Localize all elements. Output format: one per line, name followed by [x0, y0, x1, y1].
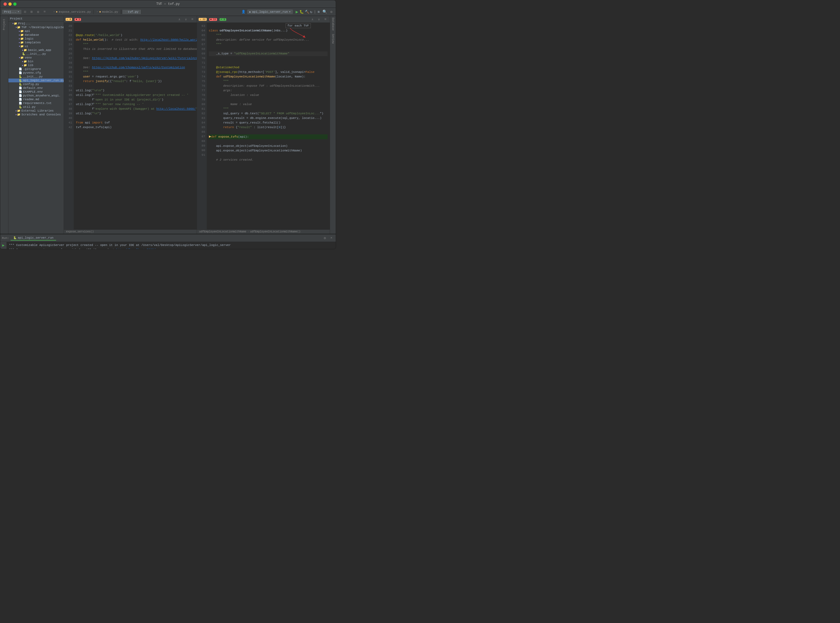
expand-icon[interactable]: ⊞ — [29, 9, 34, 15]
more-options-icon[interactable]: ≡ — [190, 17, 195, 22]
tree-item-init[interactable]: 🐍 __init__.py — [8, 75, 64, 78]
settings-bottom-icon[interactable]: ⚙ — [322, 235, 328, 241]
tree-item-api[interactable]: ▸📁 api — [8, 29, 64, 33]
user-icon: 👤 — [241, 10, 246, 14]
file-tab-tvf[interactable]: × tvf.py — [123, 10, 141, 14]
tree-item-pyvenv[interactable]: 📄 pyvenv.cfg — [8, 71, 64, 75]
tree-label-example-env: EXAMPLE.env — [23, 90, 43, 94]
run-play-button[interactable]: ▶ — [296, 9, 298, 15]
separator: | — [314, 10, 316, 14]
right-editor-header: ⚠ 22 ● 11 ✓ 1 ∧ ∨ ≡ — [197, 16, 330, 23]
next-error-icon[interactable]: ∨ — [183, 17, 189, 22]
warning-badge-left: ⚠ 8 — [66, 18, 72, 21]
tree-item-external-libraries[interactable]: ▸📁 External Libraries — [8, 109, 64, 113]
file-tab-close-icon-2[interactable]: × — [97, 11, 98, 13]
tree-label-proj: Proj... — [18, 22, 31, 25]
tree-item-lib[interactable]: ▸📁 lib — [8, 63, 64, 67]
tree-item-util[interactable]: 🐍 util.py — [8, 105, 64, 109]
right-editor-pane: ⚠ 22 ● 11 ✓ 1 ∧ ∨ ≡ 63646566676869707172… — [197, 16, 330, 234]
right-breadcrumb: udfEmployeeInLocationWithName › udfEmplo… — [197, 229, 330, 234]
tree-item-api-logic-server-run[interactable]: 🐍 api_logic_server_run.py — [8, 78, 64, 82]
folder-icon-venv: ▾📁 — [19, 56, 23, 59]
tree-item-database[interactable]: ▸📁 database — [8, 33, 64, 37]
run-config-selector[interactable]: ▶ api_logic_server_run ▾ — [247, 9, 293, 14]
tree-item-tvf[interactable]: ▾📁 TVF ~/Desktop/ApiLogicSe — [8, 26, 64, 29]
debug-icon[interactable]: 🐛 — [299, 10, 304, 14]
tree-label-lib: lib — [28, 64, 33, 67]
seview-rail-label[interactable]: SeView — [331, 32, 335, 45]
tree-label-util: util.py — [23, 105, 35, 109]
prev-error-icon[interactable]: ∧ — [177, 17, 182, 22]
tree-item-logic[interactable]: ▸📁 logic — [8, 37, 64, 41]
run-actions: ▶ 🐛 🔨 ↻ | ≋ — [296, 9, 320, 15]
left-editor-badges: ⚠ 8 ● 1 — [66, 18, 81, 21]
tree-label-bin: bin — [28, 60, 33, 63]
profiler-icon[interactable]: ≋ — [318, 10, 320, 14]
tree-item-venv[interactable]: ▾📁 venv — [8, 56, 64, 60]
run-output[interactable]: *** Customizable ApiLogicServer project … — [7, 242, 336, 249]
tree-item-bin[interactable]: ▸📁 bin — [8, 60, 64, 63]
py-icon-init: 🐍 — [19, 75, 22, 78]
tree-item-config[interactable]: 🐍 config.py — [8, 82, 64, 86]
server-link[interactable]: http://localhost:5000/ — [116, 248, 155, 249]
folder-icon: ▾📁 — [12, 22, 17, 25]
file-icon-example-env: 📄 — [19, 90, 22, 94]
reload-icon[interactable]: ↻ — [310, 10, 312, 14]
run-tab-active[interactable]: 🐍 api_logic_server_run — [11, 236, 56, 241]
file-tab-expose-services[interactable]: × ● expose_services.py — [51, 10, 94, 14]
build-icon[interactable]: 🔨 — [305, 10, 309, 14]
tree-item-proj[interactable]: ▾📁 Proj... — [8, 21, 64, 26]
file-tab-close-icon-3[interactable]: × — [125, 11, 126, 13]
tree-item-default-env[interactable]: 📄 default.env — [8, 86, 64, 90]
tree-item-example-env[interactable]: 📄 EXAMPLE.env — [8, 90, 64, 94]
file-icon-wsgi: 📄 — [19, 94, 22, 97]
file-tab-models[interactable]: × ● models.py — [94, 10, 121, 14]
database-rail-label[interactable]: Database — [331, 16, 335, 32]
next-error-icon-right[interactable]: ∨ — [316, 17, 322, 22]
folder-icon-tvf: ▾📁 — [15, 26, 20, 29]
tree-item-requirements[interactable]: 📄 requirements.txt — [8, 101, 64, 105]
tree-item-readme[interactable]: 📄 readme.md — [8, 98, 64, 101]
close-bottom-icon[interactable]: × — [329, 235, 334, 241]
folder-icon-ext-lib: ▸📁 — [15, 109, 20, 112]
collapse-icon[interactable]: ⊟ — [23, 9, 28, 15]
tree-item-init-ui[interactable]: 🐍 __init__.py — [8, 52, 64, 56]
prev-error-icon-right[interactable]: ∧ — [310, 17, 315, 22]
tree-item-basic-web-app[interactable]: ▸📁 basic_web_app — [8, 48, 64, 52]
minimize-button[interactable] — [8, 2, 12, 6]
settings-gear-icon[interactable]: ⚙ — [329, 9, 334, 15]
more-icon[interactable]: ≡ — [42, 9, 48, 15]
warning-badge-right: ⚠ 22 — [199, 18, 207, 21]
window-controls[interactable] — [3, 2, 17, 6]
folder-icon-database: ▸📁 — [19, 33, 23, 37]
search-icon[interactable]: 🔍 — [322, 9, 327, 14]
run-play-side-button[interactable]: ▶ — [2, 243, 4, 247]
tree-item-scratches[interactable]: ▸📁 Scratches and Consoles — [8, 113, 64, 117]
project-rail-label[interactable]: Project — [2, 17, 6, 32]
right-editor-nav: ∧ ∨ ≡ — [310, 17, 328, 22]
bottom-toolbar: ⚙ × — [322, 235, 334, 241]
tree-item-gitignore[interactable]: 📄 .gitignore — [8, 67, 64, 71]
tree-label-logic: logic — [25, 37, 34, 40]
more-options-icon-right[interactable]: ≡ — [323, 17, 328, 22]
file-tab-close-icon[interactable]: × — [54, 11, 55, 13]
run-tab-icon: 🐍 — [13, 236, 17, 239]
maximize-button[interactable] — [13, 2, 17, 6]
tree-item-ui[interactable]: ▾📁 ui — [8, 44, 64, 48]
right-code-content[interactable]: class udfEmployeeInLocationWithName(JABa… — [207, 23, 330, 229]
py-icon-config: 🐍 — [19, 83, 22, 86]
tree-label-scratches: Scratches and Consoles — [21, 113, 61, 116]
left-file-tabs: × ● expose_services.py × ● models.py — [51, 10, 121, 14]
run-config-group: 👤 ▶ api_logic_server_run ▾ ▶ 🐛 🔨 ↻ | ≋ 🔍… — [241, 9, 334, 15]
close-button[interactable] — [3, 2, 7, 6]
right-editor-badges: ⚠ 22 ● 11 ✓ 1 — [199, 18, 226, 21]
file-tab-label-3: tvf.py — [127, 10, 138, 14]
run-stop-icon[interactable]: ■ — [2, 249, 4, 249]
tree-item-templates[interactable]: ▸📁 templates — [8, 41, 64, 44]
folder-icon-scratches: ▸📁 — [15, 113, 20, 116]
settings-icon[interactable]: ⚙ — [35, 9, 41, 15]
error-badge-left: ● 1 — [75, 18, 81, 21]
tree-item-wsgi[interactable]: 📄 python_anywhere_wsgi. — [8, 94, 64, 98]
project-dropdown[interactable]: Proj... ▾ — [2, 10, 21, 14]
left-code-content[interactable]: @app.route('/hello_world') def hello_wor… — [74, 23, 197, 229]
